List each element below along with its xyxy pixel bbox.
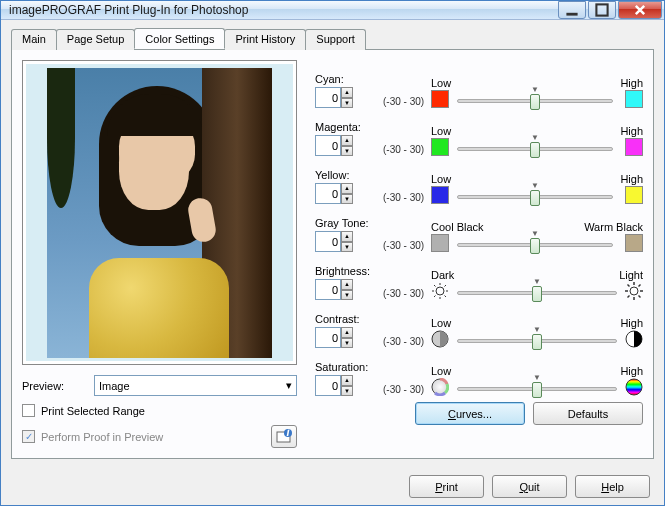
chevron-down-icon: ▾ — [286, 379, 292, 392]
magenta-row: Magenta: ▲▼ (-30 - 30) LowHigh ▼ — [315, 108, 643, 156]
saturation-row: Saturation: ▲▼ (-30 - 30) LowHigh ▼ — [315, 348, 643, 396]
maximize-button[interactable] — [588, 1, 616, 19]
close-button[interactable] — [618, 1, 662, 19]
svg-line-19 — [628, 285, 630, 287]
cyan-low-swatch — [431, 90, 449, 108]
high-contrast-icon — [625, 330, 643, 348]
light-icon — [625, 282, 643, 300]
brightness-input[interactable] — [315, 279, 341, 300]
svg-line-12 — [434, 296, 436, 298]
maximize-icon — [595, 3, 609, 17]
contrast-row: Contrast: ▲▼ (-30 - 30) LowHigh ▼ — [315, 300, 643, 348]
close-icon — [633, 3, 647, 17]
contrast-input[interactable] — [315, 327, 341, 348]
cyan-high-swatch — [625, 90, 643, 108]
gray-input[interactable] — [315, 231, 341, 252]
defaults-button[interactable]: Defaults — [533, 402, 643, 425]
contrast-label: Contrast: — [315, 313, 377, 325]
cyan-range: (-30 - 30) — [383, 96, 425, 107]
saturation-slider[interactable]: ▼ — [453, 383, 621, 391]
tab-panel: Preview: Image ▾ Print Selected Range ✓ … — [11, 49, 654, 459]
info-button[interactable]: i — [271, 425, 297, 448]
spin-up-icon[interactable]: ▲ — [341, 87, 353, 98]
svg-point-14 — [630, 287, 638, 295]
gray-spinner[interactable]: ▲▼ — [315, 231, 353, 252]
svg-point-5 — [436, 287, 444, 295]
yellow-label: Yellow: — [315, 169, 377, 181]
cyan-input[interactable] — [315, 87, 341, 108]
dialog-footer: Print Quit Help — [1, 467, 664, 506]
tab-page-setup[interactable]: Page Setup — [56, 29, 136, 50]
cyan-spinner[interactable]: ▲▼ — [315, 87, 353, 108]
cyan-slider[interactable]: ▼ — [453, 95, 617, 103]
saturation-input[interactable] — [315, 375, 341, 396]
svg-line-13 — [445, 285, 447, 287]
preview-select-value: Image — [99, 380, 130, 392]
titlebar[interactable]: imagePROGRAF Print Plug-In for Photoshop — [1, 1, 664, 20]
preview-box — [22, 60, 297, 365]
contrast-slider[interactable]: ▼ — [453, 335, 621, 343]
yellow-input[interactable] — [315, 183, 341, 204]
tab-print-history[interactable]: Print History — [224, 29, 306, 50]
info-icon: i — [276, 429, 292, 445]
svg-line-22 — [639, 285, 641, 287]
print-selected-checkbox[interactable] — [22, 404, 35, 417]
gray-slider[interactable]: ▼ — [453, 239, 617, 247]
tab-color-settings[interactable]: Color Settings — [134, 28, 225, 49]
proof-checkbox: ✓ — [22, 430, 35, 443]
preview-select[interactable]: Image ▾ — [94, 375, 297, 396]
saturation-spinner[interactable]: ▲▼ — [315, 375, 353, 396]
magenta-input[interactable] — [315, 135, 341, 156]
brightness-slider[interactable]: ▼ — [453, 287, 621, 295]
preview-canvas — [26, 64, 293, 361]
spin-down-icon[interactable]: ▼ — [341, 98, 353, 109]
gray-row: Gray Tone: ▲▼ (-30 - 30) Cool BlackWarm … — [315, 204, 643, 252]
svg-line-11 — [445, 296, 447, 298]
magenta-spinner[interactable]: ▲▼ — [315, 135, 353, 156]
contrast-spinner[interactable]: ▲▼ — [315, 327, 353, 348]
preview-label: Preview: — [22, 380, 82, 392]
minimize-icon — [565, 3, 579, 17]
svg-point-27 — [626, 379, 642, 395]
cyan-high-label: High — [620, 77, 643, 90]
cyan-row: Cyan: ▲▼ (-30 - 30) LowHigh ▼ — [315, 60, 643, 108]
cyan-low-label: Low — [431, 77, 451, 90]
magenta-slider[interactable]: ▼ — [453, 143, 617, 151]
window-title: imagePROGRAF Print Plug-In for Photoshop — [9, 3, 558, 17]
proof-label: Perform Proof in Preview — [41, 431, 163, 443]
brightness-label: Brightness: — [315, 265, 377, 277]
svg-line-20 — [639, 296, 641, 298]
print-selected-label: Print Selected Range — [41, 405, 145, 417]
low-contrast-icon — [431, 330, 449, 348]
quit-button[interactable]: Quit — [492, 475, 567, 498]
svg-line-10 — [434, 285, 436, 287]
brightness-spinner[interactable]: ▲▼ — [315, 279, 353, 300]
cyan-label: Cyan: — [315, 73, 377, 85]
yellow-slider[interactable]: ▼ — [453, 191, 617, 199]
magenta-label: Magenta: — [315, 121, 377, 133]
tab-bar: Main Page Setup Color Settings Print His… — [11, 28, 654, 49]
brightness-row: Brightness: ▲▼ (-30 - 30) DarkLight ▼ — [315, 252, 643, 300]
dark-icon — [431, 282, 449, 300]
gray-label: Gray Tone: — [315, 217, 377, 229]
svg-rect-1 — [596, 4, 607, 15]
minimize-button[interactable] — [558, 1, 586, 19]
low-saturation-icon — [431, 378, 449, 396]
yellow-row: Yellow: ▲▼ (-30 - 30) LowHigh ▼ — [315, 156, 643, 204]
saturation-label: Saturation: — [315, 361, 377, 373]
tab-main[interactable]: Main — [11, 29, 57, 50]
yellow-spinner[interactable]: ▲▼ — [315, 183, 353, 204]
print-button[interactable]: Print — [409, 475, 484, 498]
preview-image — [47, 68, 272, 358]
dialog-window: imagePROGRAF Print Plug-In for Photoshop… — [0, 0, 665, 506]
svg-rect-0 — [566, 13, 577, 16]
svg-line-21 — [628, 296, 630, 298]
tab-support[interactable]: Support — [305, 29, 366, 50]
high-saturation-icon — [625, 378, 643, 396]
curves-button[interactable]: Curves... — [415, 402, 525, 425]
help-button[interactable]: Help — [575, 475, 650, 498]
